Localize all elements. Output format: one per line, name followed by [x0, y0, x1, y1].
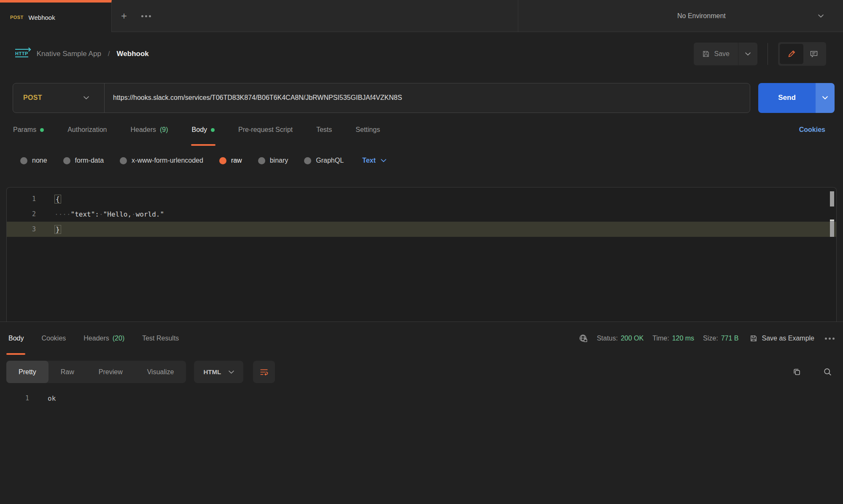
- response-language-label: HTML: [203, 368, 221, 375]
- body-active-dot: [211, 128, 215, 132]
- tab-label: Params: [13, 126, 36, 134]
- wrap-text-button[interactable]: [253, 361, 275, 383]
- tab-title: Webhook: [29, 14, 55, 21]
- mode-form-data[interactable]: form-data: [63, 157, 104, 164]
- chevron-down-icon: [745, 52, 751, 56]
- wrap-text-icon: [260, 368, 268, 376]
- status-value: 200 OK: [621, 335, 644, 342]
- params-active-dot: [40, 128, 44, 132]
- radio-icon: [63, 157, 70, 164]
- search-icon[interactable]: [823, 367, 832, 376]
- tab-authorization[interactable]: Authorization: [67, 114, 107, 146]
- mode-label: binary: [270, 157, 288, 164]
- line-number: 1: [0, 394, 29, 402]
- response-tab-test-results[interactable]: Test Results: [142, 322, 179, 355]
- postman-app: POST Webhook + No Environment HTTP Knati…: [0, 0, 843, 504]
- tab-label: Headers: [83, 335, 109, 342]
- view-visualize[interactable]: Visualize: [135, 361, 186, 383]
- status-indicator: Status: 200 OK: [597, 335, 644, 342]
- response-tab-body[interactable]: Body: [8, 322, 24, 355]
- breadcrumb-separator: /: [108, 50, 110, 58]
- tab-params[interactable]: Params: [13, 114, 44, 146]
- save-icon: [702, 50, 710, 58]
- tab-label: Authorization: [67, 126, 107, 134]
- response-line: 1 ok: [0, 393, 843, 404]
- tab-tests[interactable]: Tests: [316, 114, 332, 146]
- request-tabs: Params Authorization Headers (9) Body Pr…: [0, 114, 843, 146]
- view-pretty[interactable]: Pretty: [6, 361, 48, 383]
- send-options-button[interactable]: [816, 83, 835, 113]
- tab-label: Settings: [356, 126, 380, 134]
- workspace-tab-bar: POST Webhook + No Environment: [0, 0, 843, 32]
- mode-label: x-www-form-urlencoded: [132, 157, 203, 164]
- tab-body[interactable]: Body: [192, 114, 215, 146]
- url-input[interactable]: [105, 94, 750, 102]
- radio-selected-icon: [219, 157, 226, 164]
- save-label: Save: [714, 50, 730, 58]
- environment-selector[interactable]: No Environment: [518, 0, 843, 32]
- mode-raw[interactable]: raw: [219, 157, 242, 164]
- url-bar: POST: [13, 83, 750, 113]
- tab-method-badge: POST: [10, 15, 24, 20]
- request-header: HTTP Knative Sample App / Webhook Save: [0, 32, 843, 76]
- response-header: Body Cookies Headers (20) Test Results: [0, 322, 843, 355]
- tab-label: Body: [192, 126, 207, 134]
- line-number: 3: [7, 225, 36, 233]
- method-selector[interactable]: POST: [13, 83, 104, 113]
- network-globe-lock-icon[interactable]: [579, 334, 588, 343]
- tab-label: Body: [8, 335, 24, 342]
- line-number: 2: [7, 210, 36, 218]
- pencil-icon: [787, 50, 796, 58]
- new-tab-button[interactable]: +: [121, 11, 127, 21]
- tab-label: Tests: [316, 126, 332, 134]
- more-tabs-icon[interactable]: [141, 15, 151, 17]
- send-button[interactable]: Send: [758, 83, 816, 113]
- code-text: {: [36, 195, 61, 203]
- response-pane: Body Cookies Headers (20) Test Results: [0, 322, 843, 404]
- mode-none[interactable]: none: [20, 157, 47, 164]
- tab-pre-request-script[interactable]: Pre-request Script: [238, 114, 293, 146]
- chevron-down-icon: [818, 14, 824, 18]
- comments-button[interactable]: [803, 44, 824, 64]
- copy-icon[interactable]: [792, 367, 801, 376]
- tab-settings[interactable]: Settings: [356, 114, 380, 146]
- radio-icon: [304, 157, 311, 164]
- response-text: ok: [29, 394, 56, 402]
- chevron-down-icon: [229, 370, 234, 374]
- method-label: POST: [23, 94, 42, 102]
- mode-binary[interactable]: binary: [258, 157, 288, 164]
- radio-icon: [20, 157, 27, 164]
- radio-icon: [120, 157, 127, 164]
- chevron-down-icon: [83, 96, 89, 99]
- scrollbar-thumb[interactable]: [830, 191, 834, 206]
- edit-request-button[interactable]: [780, 44, 803, 64]
- save-as-example-button[interactable]: Save as Example: [750, 335, 814, 342]
- request-body-editor[interactable]: 1 { 2 ····"text":·"Hello,·world." 3 }: [6, 187, 837, 322]
- status-label: Status:: [597, 335, 618, 342]
- edit-comment-group: [778, 42, 826, 66]
- tab-headers[interactable]: Headers (9): [131, 114, 168, 146]
- response-body: 1 ok: [0, 383, 843, 404]
- mode-graphql[interactable]: GraphQL: [304, 157, 344, 164]
- response-language-selector[interactable]: HTML: [194, 361, 243, 383]
- view-preview[interactable]: Preview: [86, 361, 135, 383]
- request-tab-webhook[interactable]: POST Webhook: [0, 0, 112, 32]
- radio-icon: [258, 157, 265, 164]
- breadcrumb-collection[interactable]: Knative Sample App: [37, 50, 101, 58]
- raw-language-selector[interactable]: Text: [362, 157, 386, 164]
- response-options-icon[interactable]: [825, 338, 835, 340]
- response-tab-headers[interactable]: Headers (20): [83, 322, 124, 355]
- code-text: }: [36, 225, 61, 233]
- mode-x-www-form-urlencoded[interactable]: x-www-form-urlencoded: [120, 157, 203, 164]
- scrollbar-cursor-marker[interactable]: [830, 220, 834, 237]
- save-options-button[interactable]: [738, 43, 757, 65]
- mode-label: form-data: [75, 157, 104, 164]
- breadcrumb: HTTP Knative Sample App / Webhook: [15, 50, 149, 58]
- cookies-link[interactable]: Cookies: [799, 126, 825, 134]
- response-tab-cookies[interactable]: Cookies: [41, 322, 66, 355]
- editor-line-current: 3 }: [7, 222, 836, 237]
- save-button[interactable]: Save: [694, 43, 738, 65]
- send-button-group: Send: [758, 83, 835, 113]
- view-raw[interactable]: Raw: [48, 361, 86, 383]
- time-value: 120 ms: [672, 335, 694, 342]
